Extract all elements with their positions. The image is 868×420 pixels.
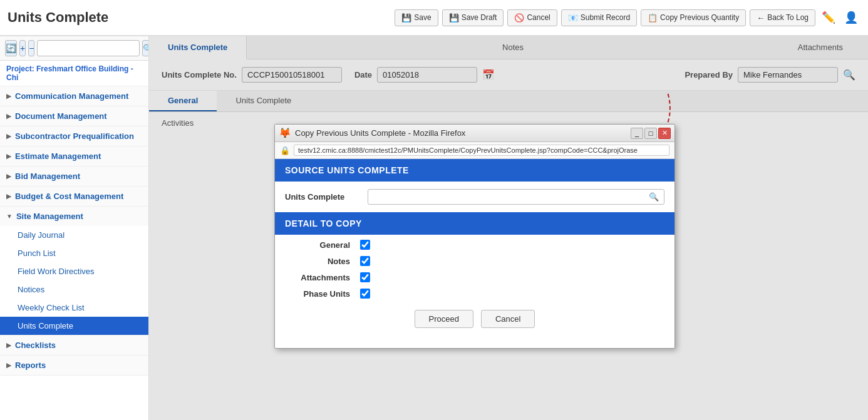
modal-cancel-button[interactable]: Cancel [481, 310, 535, 328]
nav-section-budget-cost-management: ▶ Budget & Cost Management [0, 187, 148, 207]
sidebar-item-reports[interactable]: ▶ Reports [0, 356, 148, 375]
modal-title-buttons: _ □ ✕ [631, 128, 671, 139]
lock-icon: 🔒 [280, 146, 290, 155]
cancel-icon: 🚫 [514, 13, 524, 23]
modal-close-button[interactable]: ✕ [658, 128, 671, 139]
attachments-checkbox-row: Attachments [275, 267, 674, 284]
arrow-icon: ▶ [6, 173, 11, 180]
nav-section-reports: ▶ Reports [0, 356, 148, 376]
general-checkbox-row: General [275, 235, 674, 251]
modal-overlay: 🦊 Copy Previous Units Complete - Mozilla… [149, 36, 868, 420]
modal-maximize-button[interactable]: □ [644, 128, 657, 139]
submit-record-button[interactable]: 📧 Submit Record [561, 9, 637, 26]
sidebar-item-punch-list[interactable]: Punch List [0, 244, 148, 262]
cancel-button[interactable]: 🚫 Cancel [507, 9, 557, 26]
arrow-icon: ▶ [6, 362, 11, 369]
modal-title: 🦊 Copy Previous Units Complete - Mozilla… [279, 127, 465, 139]
save-draft-button[interactable]: 💾 Save Draft [442, 9, 504, 26]
nav-section-document-management: ▶ Document Management [0, 106, 148, 126]
refresh-button[interactable]: 🔄 [5, 40, 17, 56]
general-checkbox[interactable] [360, 240, 370, 250]
sidebar-item-units-complete[interactable]: Units Complete [0, 317, 148, 335]
back-icon: ← [757, 13, 765, 23]
modal-titlebar: 🦊 Copy Previous Units Complete - Mozilla… [275, 125, 674, 142]
sidebar-search-button[interactable]: 🔍 [142, 40, 149, 56]
copy-previous-quantity-button[interactable]: 📋 Copy Previous Quantity [641, 9, 746, 26]
save-draft-icon: 💾 [449, 13, 459, 23]
sidebar-item-communication-management[interactable]: ▶ Communication Management [0, 86, 148, 106]
sidebar-item-field-work-directives[interactable]: Field Work Directives [0, 262, 148, 280]
sidebar-item-subcontractor-prequalification[interactable]: ▶ Subcontractor Prequalification [0, 126, 148, 146]
sidebar-item-budget-cost-management[interactable]: ▶ Budget & Cost Management [0, 187, 148, 206]
edit-icon-button[interactable]: ✏️ [819, 8, 838, 27]
arrow-icon: ▶ [6, 342, 11, 349]
sidebar-item-daily-journal[interactable]: Daily Journal [0, 226, 148, 244]
sidebar-item-site-management[interactable]: ▼ Site Management [0, 207, 148, 226]
units-complete-field-row: Units Complete 🔍 [275, 182, 674, 212]
detail-to-copy-header: DETAIL TO COPY [275, 212, 674, 235]
header-toolbar: 💾 Save 💾 Save Draft 🚫 Cancel 📧 Submit Re… [395, 8, 860, 27]
modal-window: 🦊 Copy Previous Units Complete - Mozilla… [274, 124, 675, 349]
nav-section-estimate-management: ▶ Estimate Management [0, 146, 148, 166]
copy-icon: 📋 [648, 13, 658, 23]
main-content: Units Complete Notes Attachments Units C… [149, 36, 868, 420]
top-header: Units Complete 💾 Save 💾 Save Draft 🚫 Can… [0, 0, 868, 36]
project-label: Project: Freshmart Office Building - Chi [0, 61, 148, 86]
notes-checkbox[interactable] [360, 256, 370, 266]
firefox-icon: 🦊 [279, 127, 291, 139]
nav-section-subcontractor-prequalification: ▶ Subcontractor Prequalification [0, 126, 148, 146]
sidebar-item-document-management[interactable]: ▶ Document Management [0, 106, 148, 126]
sidebar-item-notices[interactable]: Notices [0, 280, 148, 299]
attachments-checkbox[interactable] [360, 272, 370, 282]
arrow-icon: ▼ [6, 213, 13, 220]
save-icon: 💾 [401, 13, 411, 23]
proceed-button[interactable]: Proceed [415, 310, 473, 328]
minus-button[interactable]: − [28, 40, 34, 56]
source-units-complete-header: SOURCE UNITS COMPLETE [275, 159, 674, 182]
phase-units-checkbox-row: Phase Units [275, 284, 674, 300]
modal-body: SOURCE UNITS COMPLETE Units Complete 🔍 D… [275, 159, 674, 348]
arrow-icon: ▶ [6, 133, 11, 140]
user-icon-button[interactable]: 👤 [842, 8, 860, 27]
sidebar-toolbar: 🔄 + − 🔍 [0, 36, 148, 61]
arrow-icon: ▶ [6, 193, 11, 200]
submit-icon: 📧 [568, 13, 578, 23]
sidebar-item-checklists[interactable]: ▶ Checklists [0, 335, 148, 355]
page-title: Units Complete [8, 9, 108, 26]
nav-section-communication-management: ▶ Communication Management [0, 86, 148, 106]
nav-section-bid-management: ▶ Bid Management [0, 166, 148, 187]
sidebar-item-weekly-check-list[interactable]: Weekly Check List [0, 299, 148, 317]
modal-addressbar: 🔒 testv12.cmic.ca:8888/cmictest12c/PMUni… [275, 142, 674, 159]
search-icon[interactable]: 🔍 [649, 192, 659, 202]
main-layout: 🔄 + − 🔍 Project: Freshmart Office Buildi… [0, 36, 868, 420]
notes-checkbox-row: Notes [275, 251, 674, 267]
modal-footer: Proceed Cancel [275, 300, 674, 338]
units-complete-input[interactable]: 🔍 [368, 189, 664, 205]
nav-section-checklists: ▶ Checklists [0, 335, 148, 356]
phase-units-checkbox[interactable] [360, 289, 370, 299]
save-button[interactable]: 💾 Save [395, 9, 438, 26]
sidebar-item-estimate-management[interactable]: ▶ Estimate Management [0, 146, 148, 166]
arrow-icon: ▶ [6, 113, 11, 120]
modal-url[interactable]: testv12.cmic.ca:8888/cmictest12c/PMUnits… [294, 145, 669, 156]
sidebar-item-bid-management[interactable]: ▶ Bid Management [0, 166, 148, 186]
arrow-icon: ▶ [6, 93, 11, 100]
modal-minimize-button[interactable]: _ [631, 128, 643, 139]
back-to-log-button[interactable]: ← Back To Log [750, 9, 815, 26]
add-button[interactable]: + [19, 40, 26, 56]
arrow-icon: ▶ [6, 153, 11, 160]
sidebar-search-input[interactable] [37, 40, 140, 56]
sidebar: 🔄 + − 🔍 Project: Freshmart Office Buildi… [0, 36, 149, 420]
nav-section-site-management: ▼ Site Management Daily Journal Punch Li… [0, 207, 148, 335]
